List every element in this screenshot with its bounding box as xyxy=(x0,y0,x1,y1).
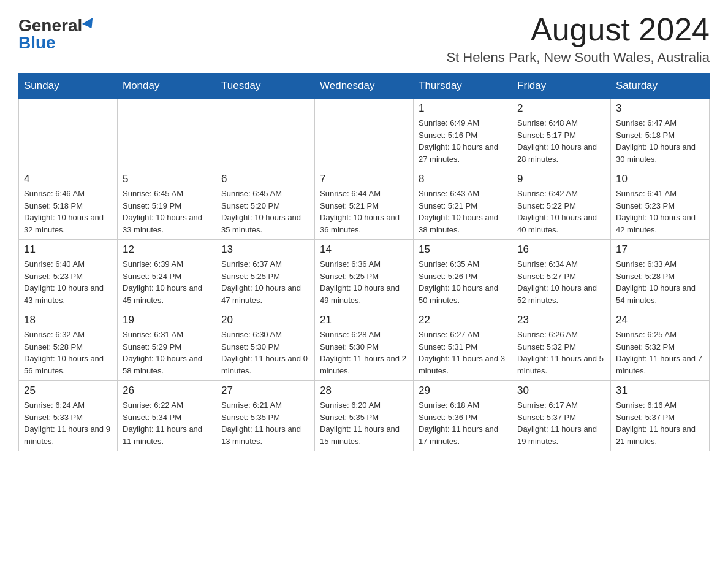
calendar-cell xyxy=(118,99,216,169)
calendar-cell: 6Sunrise: 6:45 AMSunset: 5:20 PMDaylight… xyxy=(216,169,315,240)
calendar-cell: 19Sunrise: 6:31 AMSunset: 5:29 PMDayligh… xyxy=(118,310,216,381)
day-number: 14 xyxy=(320,243,408,256)
day-info: Sunrise: 6:49 AMSunset: 5:16 PMDaylight:… xyxy=(419,117,507,165)
day-info: Sunrise: 6:42 AMSunset: 5:22 PMDaylight:… xyxy=(517,188,605,236)
title-block: August 2024 St Helens Park, New South Wa… xyxy=(446,12,710,66)
day-info: Sunrise: 6:45 AMSunset: 5:20 PMDaylight:… xyxy=(221,188,309,236)
calendar-header-row: SundayMondayTuesdayWednesdayThursdayFrid… xyxy=(19,74,710,99)
day-number: 24 xyxy=(616,314,704,326)
logo: General Blue xyxy=(18,17,96,52)
day-info: Sunrise: 6:48 AMSunset: 5:17 PMDaylight:… xyxy=(517,117,605,165)
day-info: Sunrise: 6:18 AMSunset: 5:36 PMDaylight:… xyxy=(419,399,507,447)
calendar-cell: 23Sunrise: 6:26 AMSunset: 5:32 PMDayligh… xyxy=(512,310,611,381)
day-number: 20 xyxy=(221,314,309,326)
calendar-cell: 25Sunrise: 6:24 AMSunset: 5:33 PMDayligh… xyxy=(19,381,118,451)
page-header: General Blue August 2024 St Helens Park,… xyxy=(18,12,710,66)
day-info: Sunrise: 6:28 AMSunset: 5:30 PMDaylight:… xyxy=(320,329,408,377)
calendar-table: SundayMondayTuesdayWednesdayThursdayFrid… xyxy=(18,73,710,451)
calendar-cell: 31Sunrise: 6:16 AMSunset: 5:37 PMDayligh… xyxy=(611,381,710,451)
day-number: 31 xyxy=(616,385,704,397)
calendar-week-row: 4Sunrise: 6:46 AMSunset: 5:18 PMDaylight… xyxy=(19,169,710,240)
day-number: 11 xyxy=(24,243,112,256)
col-header-wednesday: Wednesday xyxy=(315,74,414,99)
location-title: St Helens Park, New South Wales, Austral… xyxy=(446,50,710,66)
day-info: Sunrise: 6:16 AMSunset: 5:37 PMDaylight:… xyxy=(616,399,704,447)
day-info: Sunrise: 6:32 AMSunset: 5:28 PMDaylight:… xyxy=(24,329,112,377)
day-number: 8 xyxy=(419,173,507,185)
day-number: 2 xyxy=(517,102,605,115)
day-number: 13 xyxy=(221,243,309,256)
logo-general: General xyxy=(18,17,82,34)
col-header-thursday: Thursday xyxy=(414,74,512,99)
calendar-cell: 17Sunrise: 6:33 AMSunset: 5:28 PMDayligh… xyxy=(611,240,710,310)
calendar-cell: 2Sunrise: 6:48 AMSunset: 5:17 PMDaylight… xyxy=(512,99,611,169)
calendar-cell: 14Sunrise: 6:36 AMSunset: 5:25 PMDayligh… xyxy=(315,240,414,310)
day-info: Sunrise: 6:31 AMSunset: 5:29 PMDaylight:… xyxy=(123,329,211,377)
calendar-cell: 15Sunrise: 6:35 AMSunset: 5:26 PMDayligh… xyxy=(414,240,512,310)
day-number: 25 xyxy=(24,385,112,397)
calendar-cell: 9Sunrise: 6:42 AMSunset: 5:22 PMDaylight… xyxy=(512,169,611,240)
day-number: 28 xyxy=(320,385,408,397)
calendar-cell: 29Sunrise: 6:18 AMSunset: 5:36 PMDayligh… xyxy=(414,381,512,451)
day-number: 27 xyxy=(221,385,309,397)
col-header-tuesday: Tuesday xyxy=(216,74,315,99)
day-info: Sunrise: 6:44 AMSunset: 5:21 PMDaylight:… xyxy=(320,188,408,236)
calendar-cell: 12Sunrise: 6:39 AMSunset: 5:24 PMDayligh… xyxy=(118,240,216,310)
day-number: 23 xyxy=(517,314,605,326)
calendar-cell: 11Sunrise: 6:40 AMSunset: 5:23 PMDayligh… xyxy=(19,240,118,310)
day-number: 6 xyxy=(221,173,309,185)
day-info: Sunrise: 6:22 AMSunset: 5:34 PMDaylight:… xyxy=(123,399,211,447)
day-info: Sunrise: 6:45 AMSunset: 5:19 PMDaylight:… xyxy=(123,188,211,236)
calendar-cell: 22Sunrise: 6:27 AMSunset: 5:31 PMDayligh… xyxy=(414,310,512,381)
day-info: Sunrise: 6:30 AMSunset: 5:30 PMDaylight:… xyxy=(221,329,309,377)
logo-arrow-icon xyxy=(82,18,97,31)
day-info: Sunrise: 6:21 AMSunset: 5:35 PMDaylight:… xyxy=(221,399,309,447)
calendar-week-row: 25Sunrise: 6:24 AMSunset: 5:33 PMDayligh… xyxy=(19,381,710,451)
col-header-saturday: Saturday xyxy=(611,74,710,99)
day-info: Sunrise: 6:26 AMSunset: 5:32 PMDaylight:… xyxy=(517,329,605,377)
day-info: Sunrise: 6:41 AMSunset: 5:23 PMDaylight:… xyxy=(616,188,704,236)
calendar-cell: 5Sunrise: 6:45 AMSunset: 5:19 PMDaylight… xyxy=(118,169,216,240)
day-info: Sunrise: 6:17 AMSunset: 5:37 PMDaylight:… xyxy=(517,399,605,447)
col-header-friday: Friday xyxy=(512,74,611,99)
logo-blue: Blue xyxy=(18,34,56,52)
day-info: Sunrise: 6:20 AMSunset: 5:35 PMDaylight:… xyxy=(320,399,408,447)
calendar-cell: 27Sunrise: 6:21 AMSunset: 5:35 PMDayligh… xyxy=(216,381,315,451)
day-info: Sunrise: 6:36 AMSunset: 5:25 PMDaylight:… xyxy=(320,258,408,306)
day-number: 21 xyxy=(320,314,408,326)
day-number: 10 xyxy=(616,173,704,185)
calendar-cell xyxy=(216,99,315,169)
col-header-sunday: Sunday xyxy=(19,74,118,99)
calendar-cell xyxy=(315,99,414,169)
day-info: Sunrise: 6:43 AMSunset: 5:21 PMDaylight:… xyxy=(419,188,507,236)
day-number: 15 xyxy=(419,243,507,256)
day-number: 4 xyxy=(24,173,112,185)
calendar-cell: 18Sunrise: 6:32 AMSunset: 5:28 PMDayligh… xyxy=(19,310,118,381)
calendar-week-row: 11Sunrise: 6:40 AMSunset: 5:23 PMDayligh… xyxy=(19,240,710,310)
day-number: 19 xyxy=(123,314,211,326)
month-title: August 2024 xyxy=(446,12,710,47)
calendar-cell: 16Sunrise: 6:34 AMSunset: 5:27 PMDayligh… xyxy=(512,240,611,310)
col-header-monday: Monday xyxy=(118,74,216,99)
calendar-cell: 20Sunrise: 6:30 AMSunset: 5:30 PMDayligh… xyxy=(216,310,315,381)
day-info: Sunrise: 6:40 AMSunset: 5:23 PMDaylight:… xyxy=(24,258,112,306)
calendar-cell: 24Sunrise: 6:25 AMSunset: 5:32 PMDayligh… xyxy=(611,310,710,381)
day-info: Sunrise: 6:47 AMSunset: 5:18 PMDaylight:… xyxy=(616,117,704,165)
day-info: Sunrise: 6:24 AMSunset: 5:33 PMDaylight:… xyxy=(24,399,112,447)
day-number: 16 xyxy=(517,243,605,256)
calendar-cell: 30Sunrise: 6:17 AMSunset: 5:37 PMDayligh… xyxy=(512,381,611,451)
calendar-cell: 21Sunrise: 6:28 AMSunset: 5:30 PMDayligh… xyxy=(315,310,414,381)
day-number: 7 xyxy=(320,173,408,185)
day-info: Sunrise: 6:25 AMSunset: 5:32 PMDaylight:… xyxy=(616,329,704,377)
day-number: 1 xyxy=(419,102,507,115)
calendar-cell: 1Sunrise: 6:49 AMSunset: 5:16 PMDaylight… xyxy=(414,99,512,169)
day-number: 26 xyxy=(123,385,211,397)
calendar-week-row: 18Sunrise: 6:32 AMSunset: 5:28 PMDayligh… xyxy=(19,310,710,381)
calendar-cell: 13Sunrise: 6:37 AMSunset: 5:25 PMDayligh… xyxy=(216,240,315,310)
day-info: Sunrise: 6:35 AMSunset: 5:26 PMDaylight:… xyxy=(419,258,507,306)
day-number: 3 xyxy=(616,102,704,115)
day-info: Sunrise: 6:46 AMSunset: 5:18 PMDaylight:… xyxy=(24,188,112,236)
day-number: 18 xyxy=(24,314,112,326)
day-number: 9 xyxy=(517,173,605,185)
calendar-cell: 10Sunrise: 6:41 AMSunset: 5:23 PMDayligh… xyxy=(611,169,710,240)
